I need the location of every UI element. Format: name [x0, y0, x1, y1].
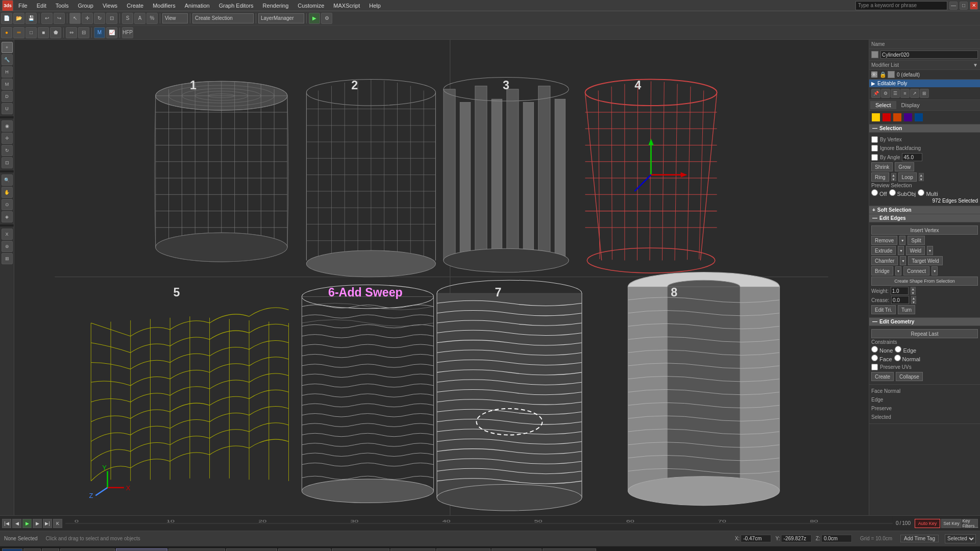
- layer-manager[interactable]: LayerManager: [258, 13, 304, 23]
- editable-poly-row[interactable]: ▶ Editable Poly: [869, 80, 980, 87]
- object-name-input[interactable]: [880, 51, 978, 59]
- edit-geometry-rollout[interactable]: — Edit Geometry: [869, 318, 980, 326]
- utilities-panel-btn[interactable]: U: [2, 103, 13, 114]
- create-selection-dropdown[interactable]: Create Selection: [192, 13, 254, 23]
- minimize-btn[interactable]: —: [949, 2, 958, 10]
- icon-extra2[interactable]: ⊞: [920, 89, 929, 98]
- turn-btn[interactable]: Turn: [898, 305, 915, 314]
- auto-key-btn[interactable]: Auto Key: [915, 519, 940, 528]
- taskbar-lr[interactable]: Lr: [42, 548, 59, 552]
- taskbar-ps1[interactable]: Ps LEAVES.psd @ ...: [168, 548, 225, 552]
- close-btn[interactable]: ✕: [970, 2, 978, 10]
- subobj-element-icon[interactable]: [914, 113, 923, 122]
- angle-snap[interactable]: A: [134, 13, 145, 24]
- insert-vertex-btn[interactable]: Insert Vertex: [871, 226, 978, 235]
- repeat-last-btn[interactable]: Repeat Last: [871, 329, 978, 338]
- hfp-btn[interactable]: HFP: [122, 27, 133, 38]
- sub-select-border[interactable]: □: [26, 27, 37, 38]
- align-btn[interactable]: ⊟: [78, 27, 89, 38]
- modify-panel-btn[interactable]: 🔧: [2, 54, 13, 65]
- tl-keymode[interactable]: K: [53, 519, 62, 528]
- taskbar-rc01[interactable]: 3ds RC01.max - Au...: [60, 548, 115, 552]
- preview-off-radio[interactable]: [871, 189, 878, 196]
- weight-spinner[interactable]: ▲▼: [911, 287, 916, 295]
- constraint-face-radio[interactable]: [871, 355, 878, 361]
- menu-item-modifiers[interactable]: Modifiers: [149, 2, 180, 10]
- menu-item-customize[interactable]: Customize: [293, 2, 328, 10]
- tl-next[interactable]: ▶: [33, 519, 42, 528]
- modifier-list-dropdown[interactable]: ▼: [973, 62, 978, 68]
- taskbar-chrome[interactable]: 3d models - d...: [226, 548, 277, 552]
- taskbar-logo[interactable]: 📄 LOGO - Windo...: [543, 548, 596, 552]
- orbit-subobject[interactable]: ⊚: [2, 241, 13, 252]
- set-key-btn[interactable]: Set Key: [941, 519, 962, 528]
- layer-color-box[interactable]: [888, 71, 895, 78]
- selection-rollout-header[interactable]: — Selection: [869, 124, 980, 133]
- weld-btn[interactable]: Weld: [906, 246, 925, 255]
- percent-snap[interactable]: %: [146, 13, 158, 24]
- constraint-edge-radio[interactable]: [895, 346, 901, 353]
- menu-item-tools[interactable]: Tools: [52, 2, 73, 10]
- tl-end[interactable]: ▶|: [43, 519, 52, 528]
- pan-tool[interactable]: ✋: [2, 187, 13, 198]
- layer-color-indicator[interactable]: [871, 51, 878, 58]
- chamfer-spinner[interactable]: ▼: [900, 256, 906, 265]
- menu-item-graph-editors[interactable]: Graph Editors: [215, 2, 258, 10]
- render-btn[interactable]: ▶: [309, 13, 320, 24]
- ring-btn[interactable]: Ring: [871, 172, 889, 182]
- sub-select-edge[interactable]: ═: [13, 27, 24, 38]
- shrink-btn[interactable]: Shrink: [871, 162, 893, 171]
- subobj-poly-icon[interactable]: [903, 113, 913, 122]
- icon-show-all[interactable]: ☰: [891, 89, 900, 98]
- curve-editor-btn[interactable]: 📈: [106, 27, 117, 38]
- menu-item-file[interactable]: File: [14, 2, 32, 10]
- taskbar-red[interactable]: 📁 RED CRESCNT: [278, 548, 331, 552]
- field-of-view[interactable]: ◈: [2, 211, 13, 222]
- chamfer-btn[interactable]: Chamfer: [871, 256, 898, 265]
- icon-extra1[interactable]: ↗: [910, 89, 919, 98]
- menu-item-create[interactable]: Create: [122, 2, 148, 10]
- menu-item-maxscript[interactable]: MAXScript: [329, 2, 364, 10]
- new-btn[interactable]: 📄: [1, 13, 12, 24]
- undo-btn[interactable]: ↩: [41, 13, 53, 24]
- search-bar[interactable]: Type a keyword or phrase: [855, 1, 947, 10]
- rotate-tool[interactable]: ↻: [94, 13, 105, 24]
- extrude-spinner[interactable]: ▼: [898, 246, 904, 255]
- menu-item-group[interactable]: Group: [74, 2, 97, 10]
- taskbar-autocad[interactable]: AC AutoCAD 2012...: [436, 548, 491, 552]
- weld-spinner[interactable]: ▼: [927, 246, 933, 255]
- view-dropdown[interactable]: View: [162, 13, 188, 23]
- loop-btn[interactable]: Loop: [898, 172, 917, 182]
- menu-item-edit[interactable]: Edit: [33, 2, 51, 10]
- loop-spinner[interactable]: ▲▼: [919, 173, 924, 181]
- zoom-tool[interactable]: 🔍: [2, 174, 13, 186]
- app-logo[interactable]: 3ds: [2, 0, 13, 11]
- start-btn[interactable]: ⊞: [2, 548, 22, 552]
- move-tool[interactable]: ✛: [82, 13, 93, 24]
- bridge-btn[interactable]: Bridge: [871, 266, 893, 276]
- taskbar-br[interactable]: Br: [23, 548, 41, 552]
- ignore-backfacing-checkbox[interactable]: [871, 145, 878, 152]
- menu-item-rendering[interactable]: Rendering: [259, 2, 293, 10]
- tab-select[interactable]: Select: [870, 101, 896, 109]
- icon-pin[interactable]: 📌: [871, 89, 880, 98]
- mirror-btn[interactable]: ⇔: [66, 27, 77, 38]
- icon-param[interactable]: ≡: [900, 89, 910, 98]
- add-time-tag-btn[interactable]: Add Time Tag: [900, 535, 939, 542]
- xview-btn[interactable]: X: [2, 229, 13, 240]
- crease-input[interactable]: [891, 296, 909, 304]
- maximize-btn[interactable]: □: [960, 2, 968, 10]
- layer-lock-icon[interactable]: 🔒: [879, 71, 886, 78]
- target-weld-btn[interactable]: Target Weld: [908, 256, 942, 265]
- constraint-normal-radio[interactable]: [894, 355, 901, 361]
- create-geo-btn[interactable]: Create: [871, 372, 894, 381]
- selection-filter[interactable]: ◉: [2, 120, 13, 132]
- hierarchy-panel-btn[interactable]: H: [2, 66, 13, 78]
- remove-spinner[interactable]: ▼: [899, 236, 905, 245]
- remove-btn[interactable]: Remove: [871, 236, 897, 245]
- icon-config[interactable]: ⚙: [881, 89, 890, 98]
- sub-select-poly[interactable]: ■: [38, 27, 49, 38]
- time-config-btn[interactable]: Key Filters...: [963, 519, 978, 528]
- material-editor-btn[interactable]: M: [94, 27, 105, 38]
- time-display-select[interactable]: Selected: [945, 534, 976, 543]
